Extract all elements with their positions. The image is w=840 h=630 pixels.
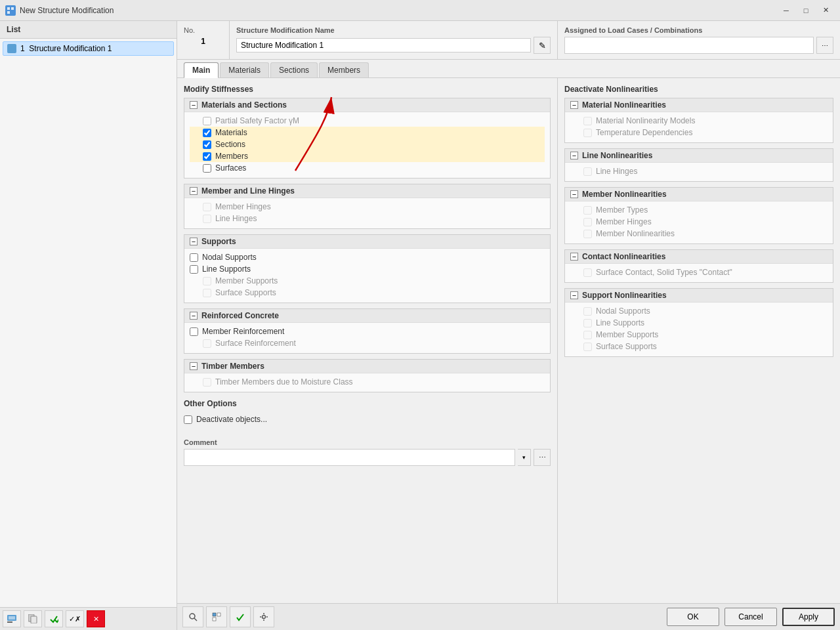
group-material-nonlinearities-header: − Material Nonlinearities — [565, 98, 833, 112]
checkbox-surface-contact[interactable] — [583, 268, 592, 277]
checkbox-member-nonlinearities-r[interactable] — [583, 230, 592, 238]
check-member-supports: Member Supports — [190, 275, 545, 287]
checkbox-member-types[interactable] — [583, 206, 592, 215]
minimize-button[interactable]: ─ — [777, 4, 795, 17]
group-contact-nonlinearities-label: Contact Nonlinearities — [582, 252, 665, 261]
sidebar-content: 1 Structure Modification 1 — [0, 39, 177, 607]
tab-members[interactable]: Members — [319, 62, 369, 77]
check-member-supports-r: Member Supports — [570, 329, 828, 341]
svg-rect-4 — [9, 616, 15, 620]
checkbox-timber-moisture[interactable] — [203, 378, 211, 387]
checkbox-member-hinges[interactable] — [203, 203, 211, 211]
group-material-nonlinearities-content: Material Nonlinearity Models Temperature… — [565, 112, 833, 142]
group-timber-members-collapse[interactable]: − — [190, 362, 198, 370]
group-member-line-hinges-collapse[interactable]: − — [190, 187, 198, 195]
toolbar-search-button[interactable] — [182, 606, 203, 627]
svg-line-9 — [194, 618, 197, 621]
checkbox-sections[interactable] — [203, 140, 211, 149]
checkbox-member-hinges-r[interactable] — [583, 218, 592, 226]
label-nodal-supports-r: Nodal Supports — [596, 306, 650, 316]
group-support-nonlinearities-label: Support Nonlinearities — [582, 291, 667, 300]
label-member-supports-r: Member Supports — [596, 330, 658, 339]
checkbox-line-hinges-r[interactable] — [583, 167, 592, 176]
assigned-input-row: ⋯ — [564, 37, 833, 54]
assigned-label: Assigned to Load Cases / Combinations — [564, 26, 833, 34]
group-support-nonlinearities: − Support Nonlinearities Nodal Supports … — [564, 288, 833, 357]
checkbox-material-nonlinearity-models[interactable] — [583, 117, 592, 125]
group-member-nonlinearities-collapse[interactable]: − — [570, 190, 578, 198]
label-line-supports-r: Line Supports — [596, 318, 644, 327]
checkbox-surface-supports[interactable] — [203, 289, 211, 297]
name-edit-button[interactable]: ✎ — [534, 37, 551, 54]
checkbox-nodal-supports[interactable] — [190, 253, 198, 262]
tab-materials[interactable]: Materials — [220, 62, 269, 77]
label-sections: Sections — [215, 140, 245, 149]
comment-dropdown-button[interactable]: ▾ — [518, 449, 531, 466]
toolbar-check-button[interactable] — [230, 606, 251, 627]
toolbar-settings-button[interactable] — [253, 606, 274, 627]
checkbox-member-supports[interactable] — [203, 277, 211, 285]
checkbox-temperature-dependencies[interactable] — [583, 129, 592, 137]
checkbox-member-reinforcement[interactable] — [190, 327, 198, 336]
group-contact-nonlinearities-header: − Contact Nonlinearities — [565, 250, 833, 264]
checkbox-materials[interactable] — [203, 129, 211, 137]
name-label: Structure Modification Name — [236, 26, 551, 34]
tab-main[interactable]: Main — [184, 62, 219, 78]
checkbox-line-hinges[interactable] — [203, 215, 211, 223]
group-materials-sections-collapse[interactable]: − — [190, 101, 198, 109]
svg-point-13 — [262, 616, 266, 619]
apply-button[interactable]: Apply — [782, 608, 835, 626]
cancel-button[interactable]: Cancel — [724, 608, 777, 626]
group-materials-sections: − Materials and Sections Partial Safety … — [184, 98, 551, 178]
comment-action-button[interactable]: ⋯ — [534, 449, 551, 466]
svg-rect-11 — [217, 613, 220, 616]
group-support-nonlinearities-collapse[interactable]: − — [570, 291, 578, 299]
group-line-nonlinearities-collapse[interactable]: − — [570, 152, 578, 159]
checkbox-surfaces[interactable] — [203, 164, 211, 173]
assigned-input[interactable] — [564, 37, 814, 54]
check-line-hinges: Line Hinges — [190, 213, 545, 224]
group-contact-nonlinearities-collapse[interactable]: − — [570, 253, 578, 261]
checkbox-surface-reinforcement[interactable] — [203, 339, 211, 348]
group-reinforced-concrete-collapse[interactable]: − — [190, 312, 198, 320]
checkbox-member-supports-r[interactable] — [583, 331, 592, 339]
sidebar-check2-button[interactable]: ✓✗ — [66, 610, 84, 627]
checkbox-surface-supports-r[interactable] — [583, 343, 592, 351]
checkbox-members[interactable] — [203, 152, 211, 161]
sidebar-delete-button[interactable]: ✕ — [87, 610, 105, 627]
assigned-button[interactable]: ⋯ — [816, 37, 833, 54]
checkbox-nodal-supports-r[interactable] — [583, 307, 592, 316]
comment-input[interactable] — [184, 449, 515, 466]
label-line-hinges: Line Hinges — [215, 214, 257, 223]
content-area: List 1 Structure Modification 1 ✓✗ ✕ — [0, 21, 840, 630]
label-member-reinforcement: Member Reinforcement — [202, 327, 284, 336]
group-line-nonlinearities-content: Line Hinges — [565, 163, 833, 181]
svg-rect-5 — [7, 621, 12, 623]
toolbar-view-button[interactable] — [206, 606, 227, 627]
sidebar-add-button[interactable] — [3, 610, 21, 627]
group-materials-sections-content: Partial Safety Factor γM Materials Secti… — [184, 112, 550, 178]
group-material-nonlinearities-collapse[interactable]: − — [570, 101, 578, 109]
sidebar-copy-button[interactable] — [24, 610, 42, 627]
tabs-row: Main Materials Sections Members — [177, 60, 840, 78]
check-deactivate-objects: Deactivate objects... — [184, 413, 551, 425]
checkbox-partial-safety[interactable] — [203, 117, 211, 125]
sidebar-item-0[interactable]: 1 Structure Modification 1 — [3, 41, 174, 56]
group-contact-nonlinearities-content: Surface Contact, Solid Types "Contact" — [565, 264, 833, 282]
no-label: No. — [184, 26, 222, 34]
label-surface-supports: Surface Supports — [215, 288, 276, 297]
checkbox-line-supports-r[interactable] — [583, 319, 592, 327]
tab-sections[interactable]: Sections — [270, 62, 318, 77]
group-supports-collapse[interactable]: − — [190, 238, 198, 245]
check-member-types: Member Types — [570, 204, 828, 216]
title-bar-left: New Structure Modification — [5, 5, 114, 16]
comment-label: Comment — [184, 438, 551, 446]
checkbox-deactivate-objects[interactable] — [184, 415, 192, 424]
sidebar-check-button[interactable] — [45, 610, 63, 627]
name-input[interactable] — [236, 38, 531, 52]
checkbox-line-supports[interactable] — [190, 265, 198, 274]
maximize-button[interactable]: □ — [797, 4, 815, 17]
ok-button[interactable]: OK — [667, 608, 719, 626]
group-member-nonlinearities-label: Member Nonlinearities — [582, 190, 667, 199]
close-button[interactable]: ✕ — [816, 4, 835, 17]
